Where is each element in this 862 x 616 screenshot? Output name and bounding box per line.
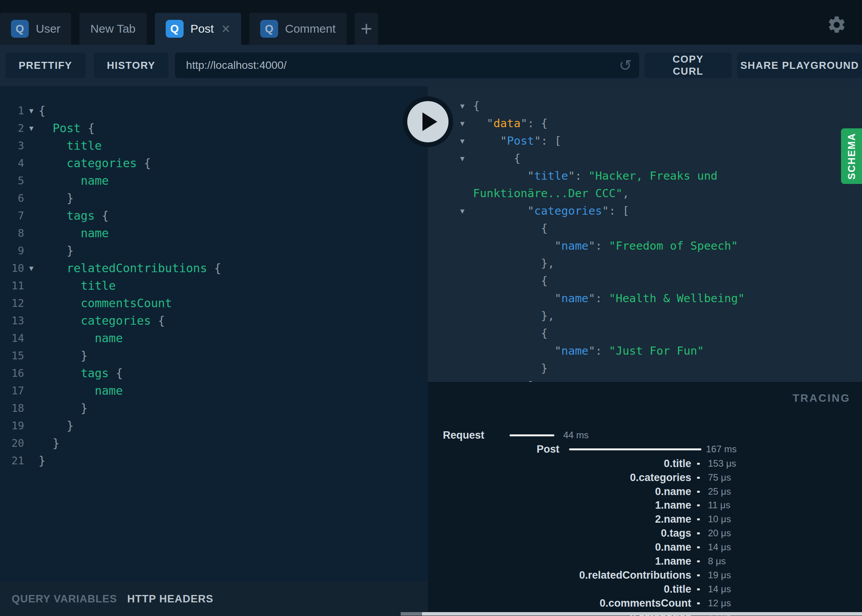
code-text: { xyxy=(473,272,548,290)
tracing-row: 2.name10 μs xyxy=(428,512,862,526)
copy-curl-button[interactable]: COPY CURL xyxy=(645,52,732,78)
fold-arrow-icon[interactable]: ▾ xyxy=(460,132,473,150)
response-line: "title": "Hacker, Freaks und xyxy=(428,167,862,185)
fold-arrow-icon[interactable]: ▾ xyxy=(460,97,473,115)
token-p: " xyxy=(473,169,534,182)
fold-spacer xyxy=(460,325,473,342)
code-text: } xyxy=(39,434,60,452)
editor-line: 3 title xyxy=(0,137,428,154)
tracing-dash-icon xyxy=(697,588,700,590)
token-p: } xyxy=(39,419,74,432)
editor-line: 18 } xyxy=(0,399,428,417)
line-number: 15 xyxy=(0,347,24,364)
query-badge-icon: Q xyxy=(260,20,278,38)
fold-spacer xyxy=(24,277,39,294)
token-p: " xyxy=(473,204,534,217)
fold-arrow-icon[interactable]: ▾ xyxy=(460,115,473,132)
fold-spacer xyxy=(24,294,39,312)
tracing-row: 0.categories75 μs xyxy=(428,471,862,485)
history-button[interactable]: HISTORY xyxy=(94,52,169,78)
tab-comment[interactable]: QComment xyxy=(249,13,347,45)
token-p xyxy=(39,384,95,397)
tracing-duration-value: 20 μs xyxy=(708,526,731,540)
code-text: categories { xyxy=(39,312,165,329)
token-str: Funktionäre...Der CCC" xyxy=(473,187,622,200)
token-p: }, xyxy=(473,257,555,270)
tracing-row: 0.title14 μs xyxy=(428,582,862,596)
tracing-duration-value: 153 μs xyxy=(708,457,736,471)
new-tab-plus-button[interactable]: + xyxy=(355,13,378,45)
token-dkey: data xyxy=(493,117,520,130)
editor-line: 5 name xyxy=(0,172,428,189)
code-text: }, xyxy=(473,307,555,325)
fold-arrow-icon[interactable]: ▾ xyxy=(24,259,39,277)
tracing-duration-value: 75 μs xyxy=(708,471,731,485)
tracing-field-name: 1.name xyxy=(655,498,691,512)
code-text: title xyxy=(39,277,116,294)
horizontal-scrollbar-track[interactable] xyxy=(422,612,862,616)
token-p: } xyxy=(39,436,60,450)
tracing-field-name: 1.name xyxy=(655,554,691,568)
line-number: 6 xyxy=(0,189,24,207)
fold-spacer xyxy=(460,377,473,382)
settings-gear-icon[interactable] xyxy=(827,15,847,35)
tracing-row: 0.title153 μs xyxy=(428,457,862,471)
code-text: Post { xyxy=(39,119,95,137)
close-tab-icon[interactable]: × xyxy=(222,21,230,36)
tracing-field-name: 0.title xyxy=(664,582,691,596)
response-line: Funktionäre...Der CCC", xyxy=(428,185,862,202)
tracing-row: Request44 ms xyxy=(428,428,862,442)
tracing-row: 1.name11 μs xyxy=(428,498,862,512)
code-text: } xyxy=(39,399,88,417)
code-text: name xyxy=(39,224,109,242)
tab-user[interactable]: QUser xyxy=(0,13,71,45)
token-p: " xyxy=(473,292,561,305)
fold-arrow-icon[interactable]: ▾ xyxy=(24,119,39,137)
tracing-dash-icon xyxy=(697,518,700,520)
tab-label: User xyxy=(36,22,60,35)
tab-new-tab[interactable]: New Tab xyxy=(79,13,146,45)
response-pane: ▾{▾ "data": {▾ "Post": [▾ { "title": "Ha… xyxy=(428,86,862,616)
tracing-duration-value: 167 ms xyxy=(706,442,737,456)
token-f: categories xyxy=(81,314,151,327)
tracing-duration-value: 14 μs xyxy=(708,582,731,596)
query-editor-pane[interactable]: 1▾{2▾ Post {3 title4 categories {5 name6… xyxy=(0,86,428,616)
prettify-button[interactable]: PRETTIFY xyxy=(5,52,86,78)
editor-line: 12 commentsCount xyxy=(0,294,428,312)
tab-post[interactable]: QPost× xyxy=(155,13,241,45)
line-number: 3 xyxy=(0,137,24,154)
code-text: }, xyxy=(473,255,555,272)
fold-arrow-icon[interactable]: ▾ xyxy=(460,202,473,220)
reload-schema-icon[interactable]: ↺ xyxy=(619,56,632,74)
token-key: name xyxy=(561,344,589,357)
tracing-row: 1.name8 μs xyxy=(428,554,862,568)
editor-line: 19 } xyxy=(0,417,428,434)
http-headers-tab[interactable]: HTTP HEADERS xyxy=(127,593,214,605)
code-text: } xyxy=(39,347,88,364)
query-variables-tab[interactable]: QUERY VARIABLES xyxy=(12,593,117,605)
tab-label: Comment xyxy=(285,22,336,35)
share-playground-button[interactable]: SHARE PLAYGROUND xyxy=(737,52,862,78)
fold-spacer xyxy=(24,417,39,434)
token-p: { xyxy=(473,222,548,235)
fold-arrow-icon[interactable]: ▾ xyxy=(460,150,473,167)
endpoint-url-input[interactable] xyxy=(175,52,639,78)
token-p: { xyxy=(473,327,548,340)
code-text: } xyxy=(39,242,74,259)
line-number: 2 xyxy=(0,119,24,137)
token-p: ": xyxy=(589,344,609,357)
token-str: "Hacker, Freaks und xyxy=(589,169,718,182)
fold-arrow-icon[interactable]: ▾ xyxy=(24,102,39,119)
tracing-duration-value: 11 μs xyxy=(708,498,730,512)
tracing-duration-bar xyxy=(569,448,701,450)
schema-sidebar-tab[interactable]: SCHEMA xyxy=(841,128,862,184)
execute-query-button[interactable] xyxy=(403,96,453,147)
response-line: ▾ { xyxy=(428,150,862,167)
code-text: name xyxy=(39,329,123,347)
line-number: 5 xyxy=(0,172,24,189)
token-key: name xyxy=(561,292,589,305)
code-text: Funktionäre...Der CCC", xyxy=(473,185,629,202)
line-number: 14 xyxy=(0,329,24,347)
horizontal-scrollbar-thumb[interactable] xyxy=(401,612,422,616)
query-editor-lines: 1▾{2▾ Post {3 title4 categories {5 name6… xyxy=(0,102,428,469)
